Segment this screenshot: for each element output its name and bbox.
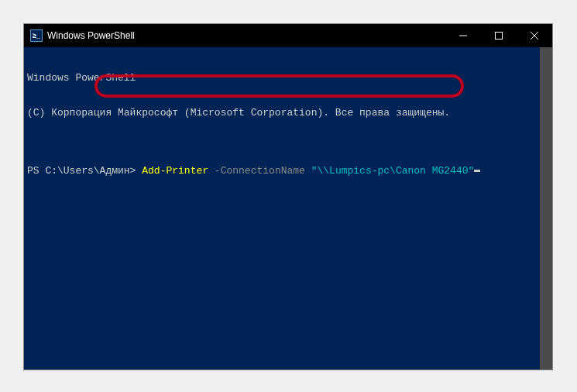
minimize-button[interactable] xyxy=(445,24,481,47)
window-title: Windows PowerShell xyxy=(47,30,135,41)
param-name: -ConnectionName xyxy=(208,165,311,177)
cursor xyxy=(474,170,480,172)
titlebar-left: ≥_ Windows PowerShell xyxy=(24,29,135,42)
arg-string: "\\Lumpics-pc\Canon MG2440" xyxy=(311,165,475,177)
ps-icon-glyph: ≥_ xyxy=(33,32,40,40)
console-header-1: Windows PowerShell xyxy=(27,72,549,84)
minimize-icon xyxy=(459,32,467,40)
svg-rect-1 xyxy=(496,33,503,40)
powershell-icon: ≥_ xyxy=(30,29,43,42)
window-controls xyxy=(445,24,552,47)
console-body[interactable]: Windows PowerShell (C) Корпорация Майкро… xyxy=(24,47,552,370)
titlebar[interactable]: ≥_ Windows PowerShell xyxy=(24,24,552,47)
close-button[interactable] xyxy=(517,24,552,47)
prompt-line: PS C:\Users\Админ> Add-Printer -Connecti… xyxy=(27,165,549,177)
maximize-button[interactable] xyxy=(481,24,517,47)
console-header-2: (C) Корпорация Майкрософт (Microsoft Cor… xyxy=(27,107,549,119)
close-icon xyxy=(531,32,538,40)
powershell-window: ≥_ Windows PowerShell Windows PowerShell… xyxy=(23,23,553,370)
scrollbar-thumb[interactable] xyxy=(540,47,552,370)
maximize-icon xyxy=(495,32,503,40)
prompt: PS C:\Users\Админ> xyxy=(27,165,142,177)
console-content: Windows PowerShell (C) Корпорация Майкро… xyxy=(24,47,552,201)
cmdlet: Add-Printer xyxy=(142,165,208,177)
vertical-scrollbar[interactable] xyxy=(540,47,552,370)
